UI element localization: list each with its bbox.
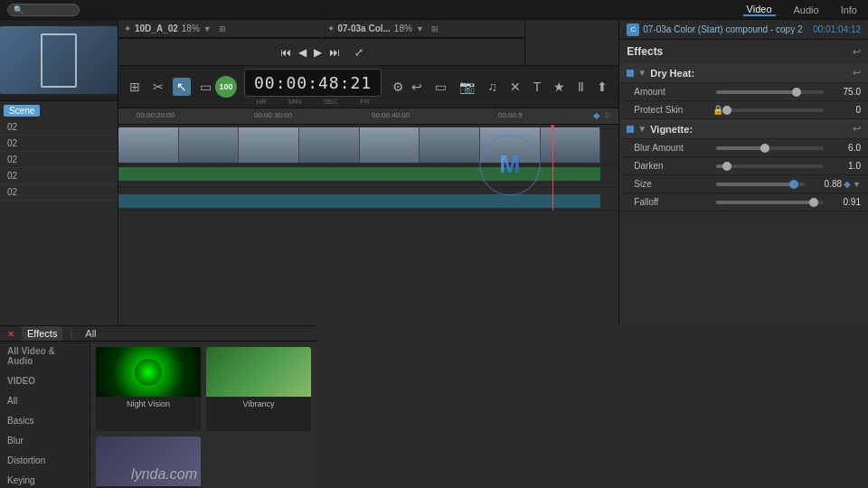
- effect-dot: [627, 70, 634, 77]
- list-item: 02: [0, 152, 118, 168]
- video-preview-right: ✦ 07-03a Col... 18% ▼ ⊞: [322, 20, 525, 38]
- transport-center: 100 00:00:48:21 HR MIN SEC FR ⚙: [215, 69, 408, 106]
- effect-row-darken: Darken 1.0: [619, 157, 868, 175]
- timecode-right: 00:01:04:12: [813, 24, 861, 34]
- video-label-left: 10D_A_02: [135, 23, 178, 33]
- top-bar-left: 🔍: [0, 4, 552, 16]
- thumbnail-overlay: [41, 33, 77, 88]
- effects-section-video: VIDEO: [0, 371, 90, 391]
- effects-content: All Video & Audio VIDEO All Basics Blur …: [0, 342, 316, 488]
- tab-audio[interactable]: Audio: [790, 5, 823, 15]
- effect-slider-protect-skin[interactable]: [727, 108, 824, 112]
- effect-slider-falloff[interactable]: [716, 201, 824, 204]
- effects-category-basics[interactable]: Basics: [0, 411, 90, 431]
- night-vision-thumbnail: [96, 347, 201, 397]
- thumbnail-strip: [0, 20, 118, 101]
- ruler-tick-2: 00:00:30:00: [254, 111, 292, 119]
- scene-badge[interactable]: Scene: [4, 105, 40, 117]
- effect-row-blur-amount: Blur Amount 6.0: [619, 139, 868, 157]
- effect-value-protect-skin: 0: [829, 105, 861, 115]
- effect-value-darken: 1.0: [829, 161, 861, 171]
- play-button[interactable]: ▶: [314, 46, 322, 59]
- skip-forward-button[interactable]: ⏭: [329, 46, 340, 59]
- effect-group-vignette: ▼ Vignette: ↩ Blur Amount 6.0 Darken: [619, 119, 868, 211]
- fr-label: FR: [360, 98, 370, 106]
- top-bar-right: Video Audio Info: [552, 4, 868, 16]
- list-item: 02: [0, 184, 118, 201]
- search-icon: 🔍: [14, 5, 24, 14]
- main-content: Scene 02 02 02 02 02 ✦ 10D_A_02: [0, 20, 868, 488]
- top-bar: 🔍 Video Audio Info: [0, 0, 868, 20]
- effect-label-blur-amount: Blur Amount: [634, 143, 711, 153]
- effect-slider-size[interactable]: [716, 183, 805, 186]
- video-header-right: ✦ 07-03a Col... 18% ▼ ⊞: [322, 20, 524, 38]
- top-content: Scene 02 02 02 02 02 ✦ 10D_A_02: [0, 20, 868, 325]
- clip-frame: [299, 127, 360, 163]
- effects-category-keying[interactable]: Keying: [0, 471, 90, 488]
- group-reset-button[interactable]: ↩: [853, 67, 861, 79]
- tool-select-button[interactable]: ⊞: [126, 78, 144, 96]
- effect-group-dry-heat: ▼ Dry Heat: ↩ Amount 75.0 Protect Skin: [619, 63, 868, 119]
- tool-arrow-button[interactable]: ↖: [173, 78, 191, 96]
- effect-thumb-placeholder: lynda.com: [96, 436, 201, 486]
- effect-group-header-dry-heat: ▼ Dry Heat: ↩: [619, 63, 868, 83]
- effect-slider-blur-amount[interactable]: [716, 146, 824, 150]
- tool-trim-button[interactable]: ✂: [149, 78, 167, 96]
- effect-label-size: Size: [634, 179, 711, 189]
- ruler-tick-3: 00:00:40:00: [372, 111, 410, 119]
- effect-value-size: 0.88: [810, 179, 842, 189]
- text-button[interactable]: T: [530, 78, 545, 96]
- effect-row-falloff: Falloff 0.91: [619, 193, 868, 211]
- effects-reset-button[interactable]: ↩: [853, 46, 861, 58]
- effects-category-distortion[interactable]: Distortion: [0, 451, 90, 471]
- effect-card-night-vision[interactable]: Night Vision: [96, 347, 201, 431]
- video-area: ✦ 10D_A_02 18% ▼ ⊞ ✦: [118, 20, 525, 65]
- effect-card-vibrancy[interactable]: Vibrancy: [206, 347, 311, 431]
- fullscreen-button[interactable]: ⤢: [354, 46, 363, 59]
- transport-right: ↩ ▭ 📷 ♫ ✕ T ★ Ⅱ ⬆: [408, 78, 611, 96]
- effects-browser-header: ✕ Effects | All: [0, 326, 316, 342]
- effects-tab-effects[interactable]: Effects: [22, 326, 62, 341]
- share-button[interactable]: ⬆: [593, 78, 611, 96]
- right-info: C 07-03a Color (Start) compound - copy 2…: [619, 20, 868, 40]
- music-button[interactable]: ♫: [484, 78, 501, 96]
- effects-browser: ✕ Effects | All All Video & Audio VIDEO …: [0, 325, 316, 488]
- vignette-reset-button[interactable]: ↩: [853, 123, 861, 135]
- effect-card-name-vibrancy: Vibrancy: [206, 397, 311, 411]
- effect-label-darken: Darken: [634, 161, 711, 171]
- play-backward-button[interactable]: ◀: [298, 46, 307, 59]
- effects-category-blur[interactable]: Blur: [0, 431, 90, 451]
- left-list: 02 02 02 02 02: [0, 119, 118, 325]
- transport-left: ⊞ ✂ ↖ ▭: [126, 78, 215, 96]
- sec-label: SEC: [324, 98, 338, 106]
- effects-tab-all[interactable]: All: [80, 326, 101, 341]
- tool-range-button[interactable]: ▭: [196, 78, 215, 96]
- undo-button[interactable]: ↩: [408, 78, 426, 96]
- type-button[interactable]: Ⅱ: [574, 78, 588, 96]
- tab-info[interactable]: Info: [837, 5, 861, 15]
- close-effects-button[interactable]: ✕: [7, 329, 14, 339]
- video-label-right: 07-03a Col...: [338, 23, 391, 33]
- effects-category-all[interactable]: All: [0, 391, 90, 411]
- clip-frame: [118, 127, 179, 163]
- skip-back-button[interactable]: ⏮: [280, 46, 291, 59]
- clip-button[interactable]: ▭: [431, 78, 450, 96]
- x-button[interactable]: ✕: [506, 78, 524, 96]
- transform-button[interactable]: ⚙: [389, 78, 408, 96]
- clip-frame: [360, 127, 420, 163]
- tab-video[interactable]: Video: [743, 4, 776, 16]
- clip-frame: [239, 127, 299, 163]
- camera-button[interactable]: 📷: [456, 78, 478, 96]
- effect-card-placeholder[interactable]: lynda.com: [96, 436, 201, 489]
- effect-group-name-vignette: Vignette:: [650, 124, 693, 135]
- search-box[interactable]: 🔍: [7, 4, 80, 16]
- video-preview-left: ✦ 10D_A_02 18% ▼ ⊞: [118, 20, 322, 38]
- effect-card-name-night-vision: Night Vision: [96, 397, 201, 411]
- effects-sidebar: All Video & Audio VIDEO All Basics Blur …: [0, 342, 90, 488]
- zoom-indicator[interactable]: ◆: [593, 110, 600, 120]
- video-zoom-right: 18%: [394, 23, 412, 33]
- effect-slider-amount[interactable]: [716, 90, 824, 94]
- effect-row-protect-skin: Protect Skin 🔒 0: [619, 101, 868, 119]
- star-button[interactable]: ★: [550, 78, 569, 96]
- effect-slider-darken[interactable]: [716, 164, 824, 168]
